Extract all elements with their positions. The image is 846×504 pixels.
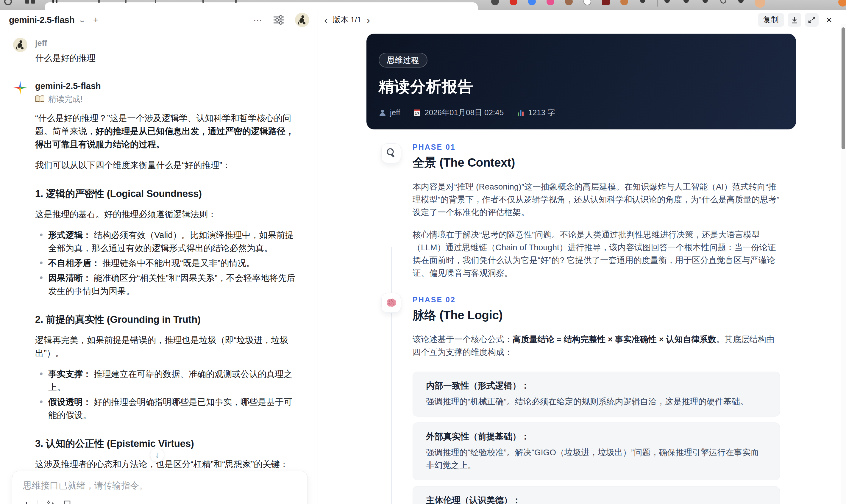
meta-word-count: 1213 字 [517, 107, 555, 118]
close-panel-button[interactable]: × [822, 13, 836, 27]
message-author: jeff [35, 38, 298, 48]
browser-menu-icon[interactable] [838, 0, 846, 6]
tune-sliders-icon[interactable] [273, 15, 285, 25]
menu-icon [56, 0, 57, 3]
phase-title: 脉络 (The Logic) [412, 307, 781, 323]
pen-icon[interactable] [684, 0, 689, 3]
toolbar-divider [657, 0, 658, 6]
list-item: 因果清晰： 能准确区分“相关性”和“因果关系”，不会轻率地将先后发生的事情归为因… [35, 271, 298, 298]
phase-section-2: PHASE 02 脉络 (The Logic) 该论述基于一个核心公式：高质量结… [318, 295, 846, 504]
assistant-body: “什么是好的推理？”这是一个涉及逻辑学、认知科学和哲学核心的问题。简单来说，好的… [35, 112, 298, 504]
reload-icon[interactable] [4, 0, 12, 5]
user-avatar[interactable] [295, 13, 309, 27]
pin-icon[interactable] [665, 0, 670, 3]
chevron-right-icon[interactable]: › [367, 15, 370, 25]
extension-icon[interactable] [583, 0, 591, 5]
browser-address-bar[interactable] [45, 2, 478, 10]
section-intro: 逻辑再完美，如果前提是错误的，推理也是垃圾（即“垃圾进，垃圾出”）。 [35, 334, 298, 360]
logic-card-body: 强调推理的“机械正确”。结论必须在给定的规则系统内逻辑自洽，这是推理的硬件基础。 [426, 395, 766, 408]
url-text-fragment [98, 0, 100, 3]
chat-scroll-area[interactable]: jeff 什么是好的推理 gemini-2.5-flash [0, 27, 318, 504]
extension-icon[interactable] [491, 0, 499, 5]
hero-badge: 思维过程 [378, 53, 427, 68]
chevron-left-icon[interactable]: ‹ [324, 15, 328, 25]
lead-paragraph: 我们可以从以下四个维度来衡量什么是“好的推理”： [35, 159, 298, 172]
extension-icon[interactable] [738, 0, 744, 3]
svg-text:17: 17 [415, 112, 419, 116]
bullet-list: 形式逻辑： 结构必须有效（Valid）。比如演绎推理中，如果前提全部为真，那么通… [35, 229, 298, 298]
new-chat-button[interactable]: + [93, 15, 99, 25]
more-options-icon[interactable]: ⋯ [253, 15, 263, 25]
composer-placeholder[interactable]: 思维接口已就绪，请传输指令。 [23, 480, 297, 491]
phase-timeline: PHASE 01 全景 (The Context) 本内容是对“推理 (Reas… [318, 143, 846, 504]
bookmark-icon[interactable] [64, 500, 71, 504]
chat-header: gemini-2.5-flash ⌄ + ⋯ [0, 10, 318, 27]
logic-card-title: 外部真实性（前提基础）： [426, 431, 766, 442]
chat-panel: gemini-2.5-flash ⌄ + ⋯ [0, 10, 318, 504]
user-avatar [13, 38, 28, 52]
list-item: 假设透明： 好的推理会明确指明哪些是已知事实，哪些是基于可能的假设。 [35, 395, 298, 421]
logic-card: 内部一致性（形式逻辑）： 强调推理的“机械正确”。结论必须在给定的规则系统内逻辑… [412, 372, 780, 416]
assistant-status: 精读完成! [35, 94, 298, 104]
logic-card-body: 强调推理的“经验校准”。解决“GIGO（垃圾进，垃圾出）”问题，确保推理引擎运行… [426, 446, 766, 472]
sparkle-tools-icon[interactable] [46, 500, 56, 504]
extension-icon[interactable] [565, 0, 573, 5]
version-navigation: ‹ 版本 1/1 › [324, 15, 370, 25]
composer-toolbar: + [23, 500, 299, 504]
artifact-content[interactable]: 思维过程 精读分析报告 jeff [318, 30, 846, 504]
bar-chart-icon [517, 109, 525, 116]
phase-section-1: PHASE 01 全景 (The Context) 本内容是对“推理 (Reas… [318, 143, 846, 280]
phase-paragraph: 本内容是对“推理 (Reasoning)”这一抽象概念的高层建模。在知识爆炸与人… [412, 180, 781, 219]
status-icon[interactable] [720, 0, 726, 4]
chevron-down-icon[interactable]: ⌄ [78, 16, 87, 24]
section-intro: 这涉及推理者的心态和方法论，也是区分“杠精”和“思想家”的关键： [35, 457, 298, 471]
report-title: 精读分析报告 [378, 76, 783, 97]
copy-button[interactable]: 复制 [758, 13, 784, 27]
download-button[interactable] [788, 13, 801, 27]
scroll-to-bottom-button[interactable]: ↓ [150, 448, 164, 462]
artifact-panel: ‹ 版本 1/1 › 复制 [318, 10, 846, 504]
extension-icon[interactable] [640, 0, 645, 3]
list-item: 不自相矛盾： 推理链条中不能出现“既是又非”的情况。 [35, 256, 298, 270]
bullet-list: 事实支撑： 推理建立在可靠的数据、准确的观测或公认的真理之上。 假设透明： 好的… [35, 367, 298, 421]
phase-title: 全景 (The Context) [412, 155, 781, 171]
extension-icon[interactable] [547, 0, 554, 5]
url-text-fragment [155, 0, 156, 3]
extension-icon[interactable] [528, 0, 536, 5]
attach-plus-button[interactable]: + [23, 500, 30, 504]
brain-icon [381, 293, 401, 313]
grid-icon[interactable] [31, 0, 35, 4]
gemini-star-icon [13, 80, 28, 504]
meta-author: jeff [378, 108, 400, 117]
logic-card-title: 内部一致性（形式逻辑）： [426, 380, 766, 391]
calendar-icon: 17 [413, 109, 421, 116]
message-composer[interactable]: 思维接口已就绪，请传输指令。 + [12, 471, 308, 504]
extension-icon[interactable] [510, 0, 517, 5]
extension-icon[interactable] [620, 0, 628, 5]
user-message: jeff 什么是好的推理 [13, 38, 306, 64]
composer-divider [37, 500, 38, 504]
menu-icon[interactable] [52, 0, 54, 3]
report-hero-card: 思维过程 精读分析报告 jeff [367, 34, 796, 129]
section-intro: 这是推理的基石。好的推理必须遵循逻辑法则： [35, 208, 298, 221]
logic-card: 主体伦理（认识美德）： 转向推理者的心理特征。引入奥卡姆剃刀和反向论证，旨在克服… [412, 486, 780, 504]
expand-fullscreen-button[interactable] [805, 13, 818, 27]
model-selector[interactable]: gemini-2.5-flash [9, 15, 74, 25]
user-message-text: 什么是好的推理 [35, 52, 298, 64]
phase-body: 本内容是对“推理 (Reasoning)”这一抽象概念的高层建模。在知识爆炸与人… [412, 180, 781, 280]
device-icon[interactable] [703, 0, 708, 3]
profile-avatar[interactable] [755, 0, 765, 8]
url-text-fragment [202, 0, 204, 3]
logic-card: 外部真实性（前提基础）： 强调推理的“经验校准”。解决“GIGO（垃圾进，垃圾出… [412, 422, 780, 480]
meta-date: 17 2026年01月08日 02:45 [413, 107, 504, 118]
status-text: 精读完成! [48, 94, 83, 104]
scrollbar-thumb[interactable] [842, 28, 845, 149]
phase-paragraph: 该论述基于一个核心公式：高质量结论 = 结构完整性 × 事实准确性 × 认知自律… [412, 333, 781, 359]
phase-label: PHASE 02 [412, 295, 781, 304]
grid-icon[interactable] [25, 0, 29, 4]
intro-paragraph: “什么是好的推理？”这是一个涉及逻辑学、认知科学和哲学核心的问题。简单来说，好的… [35, 112, 298, 151]
section-heading: 3. 认知的公正性 (Epistemic Virtues) [35, 437, 298, 450]
extension-icon[interactable] [602, 0, 610, 5]
window-scrollbar[interactable] [841, 24, 846, 504]
arrow-down-icon: ↓ [155, 450, 159, 460]
